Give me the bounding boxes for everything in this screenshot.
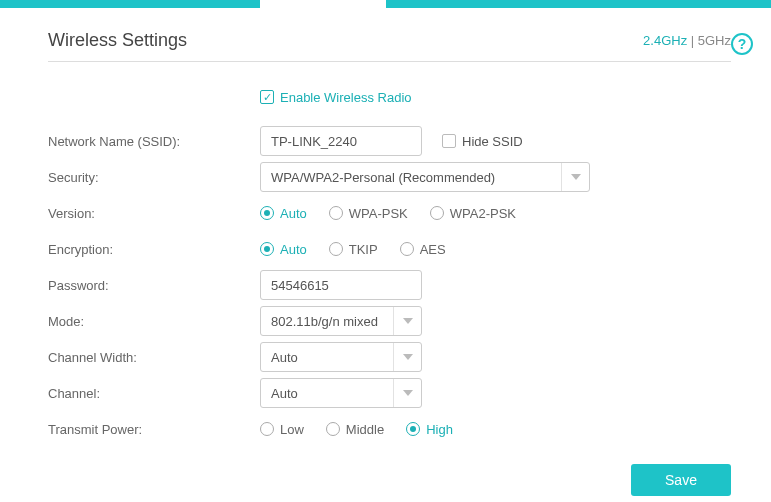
power-radio-high[interactable]: High [406,422,453,437]
page-title: Wireless Settings [48,30,187,51]
version-radio-auto[interactable]: Auto [260,206,307,221]
label-password: Password: [48,278,260,293]
version-radio-wpa2-psk[interactable]: WPA2-PSK [430,206,516,221]
hide-ssid-label: Hide SSID [462,134,523,149]
mode-selected: 802.11b/g/n mixed [271,314,378,329]
chevron-down-icon [393,379,421,407]
power-radio-low[interactable]: Low [260,422,304,437]
band-separator: | [691,33,698,48]
band-24ghz-link[interactable]: 2.4GHz [643,33,687,48]
security-selected: WPA/WPA2-Personal (Recommended) [271,170,495,185]
label-transmit-power: Transmit Power: [48,422,260,437]
tab-seg [386,0,771,8]
enable-wireless-checkbox[interactable]: Enable Wireless Radio [260,90,412,105]
encryption-radio-auto[interactable]: Auto [260,242,307,257]
tab-seg-active [260,0,386,8]
label-encryption: Encryption: [48,242,260,257]
version-radio-wpa-psk[interactable]: WPA-PSK [329,206,408,221]
mode-select[interactable]: 802.11b/g/n mixed [260,306,422,336]
hide-ssid-checkbox[interactable]: Hide SSID [442,134,523,149]
power-radio-middle[interactable]: Middle [326,422,384,437]
ssid-input[interactable] [260,126,422,156]
chevron-down-icon [561,163,589,191]
encryption-radio-aes[interactable]: AES [400,242,446,257]
encryption-radio-group: Auto TKIP AES [260,242,446,257]
checkbox-icon [260,90,274,104]
enable-wireless-label: Enable Wireless Radio [280,90,412,105]
chevron-down-icon [393,307,421,335]
checkbox-icon [442,134,456,148]
label-ssid: Network Name (SSID): [48,134,260,149]
label-channel: Channel: [48,386,260,401]
label-version: Version: [48,206,260,221]
band-switch: 2.4GHz | 5GHz [643,33,731,48]
label-security: Security: [48,170,260,185]
version-radio-group: Auto WPA-PSK WPA2-PSK [260,206,516,221]
channel-selected: Auto [271,386,298,401]
save-button[interactable]: Save [631,464,731,496]
encryption-radio-tkip[interactable]: TKIP [329,242,378,257]
security-select[interactable]: WPA/WPA2-Personal (Recommended) [260,162,590,192]
chevron-down-icon [393,343,421,371]
band-5ghz-link[interactable]: 5GHz [698,33,731,48]
transmit-power-radio-group: Low Middle High [260,422,453,437]
tab-seg [0,0,260,8]
password-input[interactable] [260,270,422,300]
channel-width-selected: Auto [271,350,298,365]
label-channel-width: Channel Width: [48,350,260,365]
channel-width-select[interactable]: Auto [260,342,422,372]
help-icon[interactable]: ? [731,33,753,55]
label-mode: Mode: [48,314,260,329]
channel-select[interactable]: Auto [260,378,422,408]
top-tab-strip [0,0,771,8]
